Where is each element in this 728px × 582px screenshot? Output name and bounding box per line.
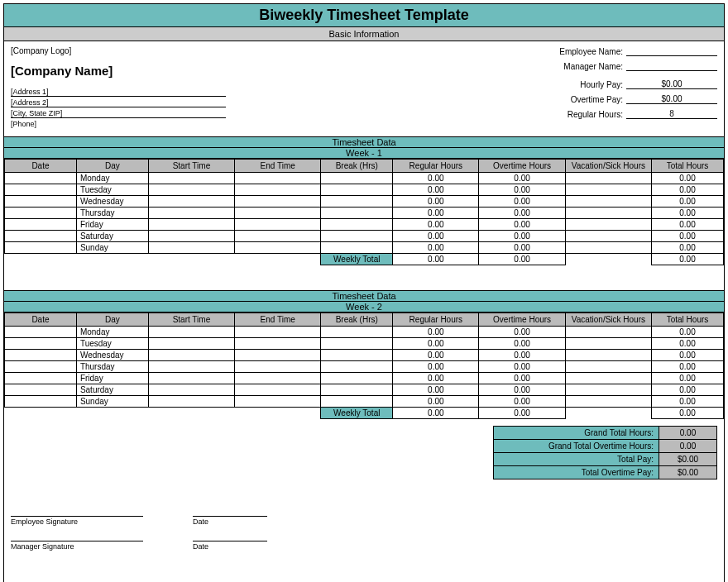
week-2-header: Week - 2 <box>4 302 724 312</box>
manager-name-input[interactable] <box>626 61 717 71</box>
col-end: End Time <box>235 313 321 327</box>
col-break: Break (Hrs) <box>321 313 393 327</box>
hourly-pay-label: Hourly Pay: <box>580 80 623 89</box>
week-2-table: Date Day Start Time End Time Break (Hrs)… <box>4 312 724 419</box>
grand-totals: Grand Total Hours:0.00 Grand Total Overt… <box>493 426 717 479</box>
phone[interactable]: [Phone] <box>11 118 226 128</box>
grand-total-ot-hours-value: 0.00 <box>659 440 717 453</box>
col-vac: Vacation/Sick Hours <box>565 160 651 173</box>
total-pay-label: Total Pay: <box>494 453 659 466</box>
table-row[interactable]: Friday0.000.000.00 <box>5 373 724 384</box>
table-row[interactable]: Sunday0.000.000.00 <box>5 242 724 254</box>
table-header-row: Date Day Start Time End Time Break (Hrs)… <box>5 160 724 173</box>
hourly-pay-input[interactable]: $0.00 <box>626 79 717 89</box>
city-state-zip[interactable]: [City, State ZIP] <box>11 107 226 118</box>
table-row[interactable]: Thursday0.000.000.00 <box>5 361 724 373</box>
basic-info-header: Basic Information <box>4 27 724 41</box>
employee-name-label: Employee Name: <box>559 47 623 56</box>
total-pay-value: $0.00 <box>659 453 717 466</box>
total-ot-pay-label: Total Overtime Pay: <box>494 466 659 479</box>
col-total: Total Hours <box>652 313 724 327</box>
col-date: Date <box>5 313 77 327</box>
regular-hours-label: Regular Hours: <box>568 110 623 119</box>
col-reg: Regular Hours <box>393 160 479 173</box>
table-row[interactable]: Sunday0.000.000.00 <box>5 396 724 408</box>
table-row[interactable]: Thursday0.000.000.00 <box>5 208 724 219</box>
weekly-total-row: Weekly Total0.000.000.00 <box>5 408 724 419</box>
employee-name-input[interactable] <box>626 46 717 56</box>
employee-date-line[interactable]: Date <box>193 516 267 526</box>
manager-signature-line[interactable]: Manager Signature <box>11 541 143 551</box>
col-vac: Vacation/Sick Hours <box>565 313 651 327</box>
table-header-row: Date Day Start Time End Time Break (Hrs)… <box>5 313 724 327</box>
table-row[interactable]: Tuesday0.000.000.00 <box>5 184 724 196</box>
address-2[interactable]: [Address 2] <box>11 97 226 107</box>
table-row[interactable]: Tuesday0.000.000.00 <box>5 338 724 350</box>
table-row[interactable]: Wednesday0.000.000.00 <box>5 350 724 361</box>
page-title: Biweekly Timesheet Template <box>4 4 724 27</box>
table-row[interactable]: Monday0.000.000.00 <box>5 327 724 338</box>
company-logo-placeholder: [Company Logo] <box>11 46 350 55</box>
col-ot: Overtime Hours <box>479 313 565 327</box>
col-day: Day <box>76 313 148 327</box>
regular-hours-input[interactable]: 8 <box>626 109 717 119</box>
week-1-table: Date Day Start Time End Time Break (Hrs)… <box>4 159 724 265</box>
table-row[interactable]: Saturday0.000.000.00 <box>5 384 724 396</box>
total-ot-pay-value: $0.00 <box>659 466 717 479</box>
overtime-pay-label: Overtime Pay: <box>571 95 623 104</box>
table-row[interactable]: Friday0.000.000.00 <box>5 219 724 231</box>
table-row[interactable]: Monday0.000.000.00 <box>5 173 724 184</box>
grand-total-ot-hours-label: Grand Total Overtime Hours: <box>494 440 659 453</box>
col-day: Day <box>76 160 148 173</box>
col-reg: Regular Hours <box>393 313 479 327</box>
col-ot: Overtime Hours <box>479 160 565 173</box>
col-date: Date <box>5 160 77 173</box>
week-1-header: Week - 1 <box>4 148 724 159</box>
address-1[interactable]: [Address 1] <box>11 86 226 97</box>
timesheet-data-header-2: Timesheet Data <box>4 290 724 302</box>
table-row[interactable]: Saturday0.000.000.00 <box>5 231 724 242</box>
timesheet-data-header-1: Timesheet Data <box>4 136 724 148</box>
company-name: [Company Name] <box>11 64 350 78</box>
manager-date-line[interactable]: Date <box>193 541 267 551</box>
weekly-total-row: Weekly Total0.000.000.00 <box>5 254 724 265</box>
manager-name-label: Manager Name: <box>563 62 623 71</box>
grand-total-hours-label: Grand Total Hours: <box>494 427 659 440</box>
col-start: Start Time <box>148 160 234 173</box>
overtime-pay-input[interactable]: $0.00 <box>626 94 717 104</box>
col-total: Total Hours <box>652 160 724 173</box>
employee-signature-line[interactable]: Employee Signature <box>11 516 143 526</box>
grand-total-hours-value: 0.00 <box>659 427 717 440</box>
col-start: Start Time <box>148 313 234 327</box>
col-end: End Time <box>235 160 321 173</box>
table-row[interactable]: Wednesday0.000.000.00 <box>5 196 724 208</box>
col-break: Break (Hrs) <box>321 160 393 173</box>
